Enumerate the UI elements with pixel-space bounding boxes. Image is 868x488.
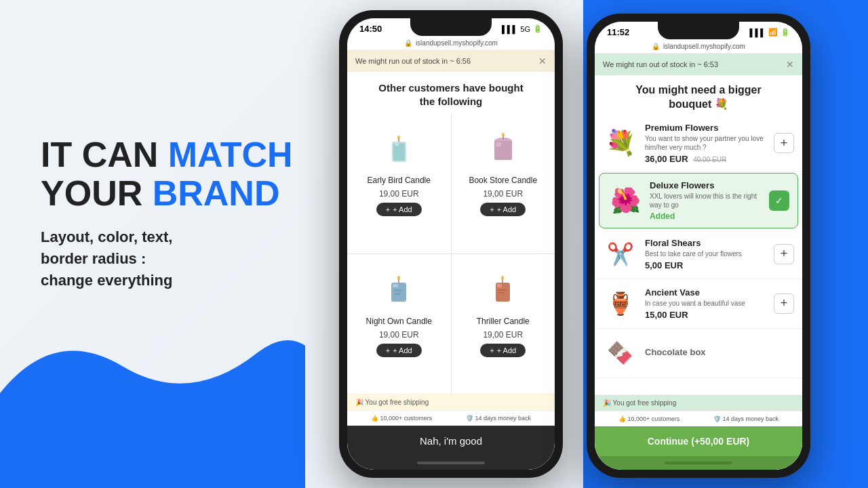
deluxe-flowers-icon: 🌺	[610, 186, 641, 215]
subtext: Layout, color, text,border radius :chang…	[41, 226, 305, 291]
product-img-early-bird	[375, 123, 422, 170]
products-grid: Early Bird Candle 19,00 EUR + + Add	[347, 113, 555, 394]
add-button-floral-shears[interactable]: +	[774, 244, 794, 264]
product-cell-night-own: Night Own Candle 19,00 EUR + + Add	[347, 254, 451, 394]
add-button-ancient-vase[interactable]: +	[774, 293, 794, 314]
phone-left-notch	[410, 18, 492, 36]
home-indicator-right	[595, 456, 802, 470]
headline-brand: BRAND	[153, 174, 280, 213]
lock-icon-right: 🔒	[652, 43, 660, 50]
plus-icon: +	[490, 205, 494, 214]
wifi-icon-right: 📶	[768, 28, 778, 37]
phone-right-footer: 🎉 You got free shipping 👍 10,000+ custom…	[595, 394, 802, 470]
svg-point-4	[397, 136, 400, 140]
headline-match: MATCH	[168, 135, 293, 174]
product-img-night-own	[375, 264, 422, 311]
phone-right-notch	[658, 22, 739, 39]
product-name-book-store: Book Store Candle	[469, 176, 537, 185]
trust-bar-right: 👍 10,000+ customers 🛡️ 14 days money bac…	[595, 411, 802, 426]
product-name-floral-shears: Floral Shears	[645, 238, 767, 248]
product-price-premium-flowers: 36,00 EUR 40,00 EUR	[645, 154, 767, 164]
product-img-ancient-vase: 🏺	[603, 286, 638, 321]
product-desc-premium-flowers: You want to show your partner you love h…	[645, 134, 767, 152]
plus-icon: +	[386, 205, 390, 214]
add-button-premium-flowers[interactable]: +	[774, 133, 794, 153]
add-btn-night-own[interactable]: + + Add	[376, 344, 422, 357]
stock-text: We might run out of stock in ~ 6:56	[355, 57, 471, 65]
product-price-early-bird: 19,00 EUR	[379, 189, 419, 199]
phone-right-stock-banner: We might run out of stock in ~ 6:53 ✕	[595, 54, 802, 75]
product-price-book-store: 19,00 EUR	[483, 189, 523, 199]
svg-rect-7	[496, 142, 501, 146]
svg-rect-20	[498, 289, 506, 291]
phone-left-status-icons: ▌▌▌ 5G 🔋	[502, 24, 542, 33]
signal-icon: ▌▌▌	[502, 25, 517, 33]
trust-returns-right: 🛡️ 14 days money back	[713, 415, 778, 422]
free-shipping-right: 🎉 You got free shipping	[595, 395, 802, 411]
blue-wave-decoration	[0, 312, 305, 488]
book-store-candle-icon	[481, 125, 525, 169]
phone-right-status-icons: ▌▌▌ 📶 🔋	[750, 28, 790, 37]
product-name-premium-flowers: Premium Flowers	[645, 123, 767, 133]
phone-right-frame: 11:52 ▌▌▌ 📶 🔋 🔒 islandupsell.myshopify.c…	[587, 14, 810, 478]
upsell-title-left: Other customers have boughtthe following	[347, 72, 555, 113]
product-price-thriller: 19,00 EUR	[483, 330, 523, 340]
headline-your: YOUR	[41, 174, 153, 213]
close-icon-right[interactable]: ✕	[786, 59, 794, 70]
trust-bar-left: 👍 10,000+ customers 🛡️ 14 days money bac…	[347, 410, 555, 426]
floral-shears-icon: ✂️	[607, 241, 634, 267]
svg-point-19	[501, 276, 504, 280]
product-img-chocolate-box: 🍫	[603, 336, 638, 371]
ancient-vase-icon: 🏺	[607, 291, 634, 317]
phone-left-content: Other customers have boughtthe following	[347, 72, 555, 470]
url-text-right: islandupsell.myshopify.com	[663, 43, 745, 50]
product-cell-early-bird: Early Bird Candle 19,00 EUR + + Add	[347, 113, 451, 253]
lock-icon: 🔒	[404, 39, 412, 47]
thriller-candle-icon	[481, 265, 525, 309]
product-desc-deluxe-flowers: XXL lovers will know this is the right w…	[650, 192, 762, 209]
added-button-deluxe-flowers[interactable]: ✓	[769, 190, 789, 211]
product-info-chocolate-box: Chocolate box	[645, 347, 794, 359]
add-btn-book-store[interactable]: + + Add	[480, 203, 526, 216]
add-btn-thriller[interactable]: + + Add	[480, 344, 526, 357]
product-row-deluxe-flowers: 🌺 Deluxe Flowers XXL lovers will know th…	[599, 173, 798, 228]
product-info-deluxe-flowers: Deluxe Flowers XXL lovers will know this…	[650, 180, 762, 221]
svg-rect-15	[394, 293, 401, 295]
left-text-area: IT CAN MATCH YOUR BRAND Layout, color, t…	[41, 136, 305, 291]
product-info-ancient-vase: Ancient Vase In case you want a beautifu…	[645, 287, 767, 320]
premium-flowers-icon: 💐	[606, 129, 636, 157]
signal-icon-right: ▌▌▌	[750, 28, 766, 37]
product-name-early-bird: Early Bird Candle	[368, 176, 431, 185]
trust-customers-left: 👍 10,000+ customers	[371, 415, 432, 422]
product-img-thriller	[479, 264, 527, 311]
add-btn-early-bird[interactable]: + + Add	[376, 203, 422, 216]
phone-right-screen: 11:52 ▌▌▌ 📶 🔋 🔒 islandupsell.myshopify.c…	[595, 22, 802, 470]
url-text: islandupsell.myshopify.com	[416, 39, 498, 47]
wifi-icon: 5G	[520, 25, 530, 33]
product-desc-floral-shears: Best to take care of your flowers	[645, 249, 767, 258]
continue-button[interactable]: Continue (+50,00 EUR)	[595, 426, 802, 456]
phone-left-frame: 14:50 ▌▌▌ 5G 🔋 🔒 islandupsell.myshopify.…	[339, 10, 563, 478]
phone-left-time: 14:50	[359, 24, 382, 34]
added-label-deluxe: Added	[650, 211, 762, 221]
svg-point-9	[502, 133, 505, 137]
product-img-floral-shears: ✂️	[603, 237, 638, 272]
nah-button[interactable]: Nah, i'm good	[347, 426, 555, 456]
product-img-premium-flowers: 💐	[603, 125, 638, 161]
product-name-thriller: Thriller Candle	[477, 317, 530, 326]
home-bar	[417, 462, 485, 464]
product-img-deluxe-flowers: 🌺	[608, 183, 643, 218]
phone-left-footer: 🎉 You got free shipping 👍 10,000+ custom…	[347, 394, 555, 470]
product-desc-ancient-vase: In case you want a beautiful vase	[645, 299, 767, 308]
plus-icon: +	[386, 346, 390, 354]
phone-left-stock-banner: We might run out of stock in ~ 6:56 ✕	[347, 50, 555, 72]
trust-returns-left: 🛡️ 14 days money back	[466, 415, 531, 422]
product-list-right: 💐 Premium Flowers You want to show your …	[595, 116, 802, 394]
product-row-ancient-vase: 🏺 Ancient Vase In case you want a beauti…	[595, 279, 802, 329]
svg-point-13	[397, 276, 400, 280]
night-own-candle-icon	[377, 265, 421, 309]
close-icon[interactable]: ✕	[538, 56, 547, 66]
product-row-premium-flowers: 💐 Premium Flowers You want to show your …	[595, 116, 802, 171]
early-bird-candle-icon	[377, 125, 421, 169]
svg-rect-11	[393, 284, 398, 287]
